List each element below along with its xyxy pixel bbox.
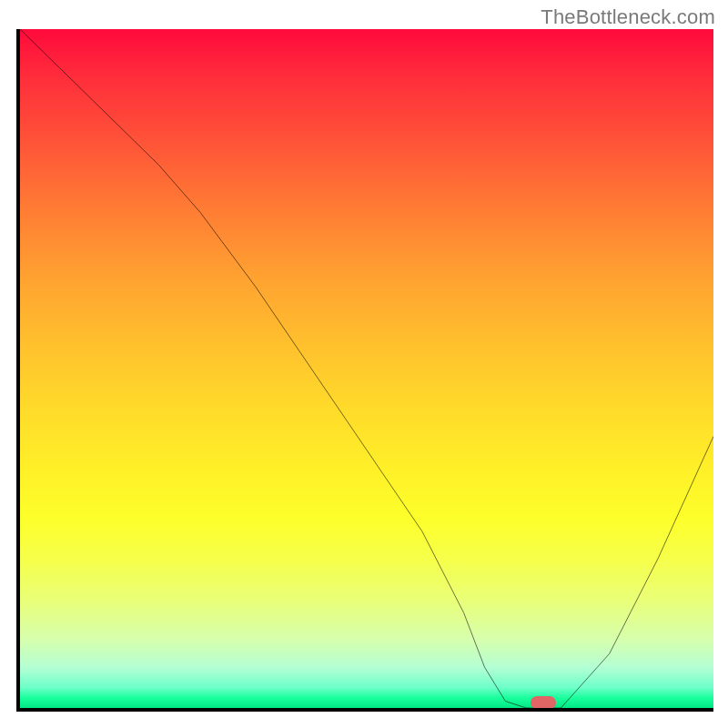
plot-area: [16, 29, 713, 712]
bottleneck-curve: [20, 29, 713, 708]
watermark-text: TheBottleneck.com: [541, 5, 715, 29]
optimum-marker: [531, 696, 556, 709]
